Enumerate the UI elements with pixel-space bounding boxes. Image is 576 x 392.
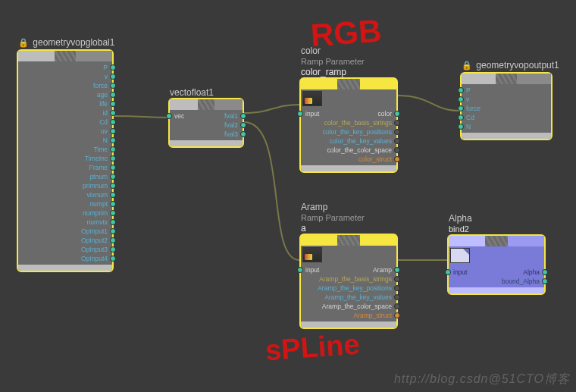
port-in[interactable] — [297, 111, 303, 117]
port-out[interactable] — [110, 210, 116, 216]
node-geometryvopglobal[interactable]: 🔒 geometryvopglobal1 PvforceagelifeidCdu… — [17, 49, 114, 272]
port-out[interactable] — [394, 312, 400, 318]
port-label: Aramp — [373, 266, 392, 274]
port-out[interactable] — [110, 92, 116, 98]
title-text: vectofloat1 — [170, 87, 214, 98]
port-label: color_the_key_positions — [323, 128, 392, 136]
port-in[interactable] — [458, 87, 464, 93]
port-row: Aramp_the_key_values — [304, 293, 393, 302]
port-row: Aramp_the_basis_strings — [304, 274, 393, 284]
node-geometryvopoutput[interactable]: 🔒 geometryvopoutput1 PvforceCdN — [460, 72, 553, 140]
port-out[interactable] — [394, 129, 400, 135]
port-row: primnum — [21, 181, 109, 190]
ramp-thumb-icon — [302, 91, 322, 106]
title-text: geometryvopoutput1 — [476, 60, 559, 71]
port-out[interactable] — [394, 285, 400, 291]
port-in[interactable] — [297, 267, 303, 273]
name-text: color_ramp — [301, 67, 346, 77]
port-label: color_the_key_values — [330, 137, 392, 145]
port-label: v — [466, 96, 469, 103]
port-out[interactable] — [394, 303, 400, 309]
node-header[interactable] — [170, 99, 243, 110]
node-footer — [18, 265, 112, 271]
port-label: P — [466, 86, 471, 94]
port-out[interactable] — [240, 113, 246, 119]
port-out[interactable] — [110, 174, 116, 180]
port-label: Aramp_the_color_space — [322, 303, 392, 310]
port-row: color_struct — [304, 155, 393, 164]
port-out[interactable] — [394, 111, 400, 117]
port-out[interactable] — [110, 237, 116, 243]
port-out[interactable] — [110, 192, 116, 198]
port-in[interactable] — [445, 269, 451, 275]
port-out[interactable] — [394, 276, 400, 282]
port-out[interactable] — [110, 155, 116, 162]
node-aramp[interactable]: Aramp Ramp Parameter a input Aramp Aramp… — [299, 234, 398, 329]
node-header[interactable] — [301, 235, 396, 246]
port-out[interactable] — [110, 165, 116, 171]
port-out[interactable] — [240, 131, 246, 137]
port-label: input — [305, 110, 319, 118]
port-label: Frame — [89, 164, 108, 171]
node-header[interactable] — [449, 236, 544, 246]
port-in[interactable] — [458, 96, 464, 102]
node-bind[interactable]: Alpha bind2 input Alpha bound_Alpha — [447, 234, 546, 295]
port-out[interactable] — [394, 267, 400, 273]
port-label: bound_Alpha — [502, 278, 540, 285]
port-out[interactable] — [110, 137, 116, 143]
port-row: ptnum — [21, 172, 109, 181]
node-vectofloat[interactable]: vectofloat1 vec fval1 fval2 fval3 — [168, 98, 244, 148]
port-out[interactable] — [394, 147, 400, 153]
port-out[interactable] — [110, 201, 116, 207]
port-out[interactable] — [110, 101, 116, 107]
title-text: color — [301, 45, 321, 56]
port-row: P — [21, 63, 109, 72]
port-row: vec fval1 — [173, 111, 239, 121]
port-row: Aramp_the_key_positions — [304, 284, 393, 293]
port-out[interactable] — [394, 138, 400, 144]
node-header[interactable] — [301, 79, 396, 89]
port-in[interactable] — [166, 113, 172, 119]
port-out[interactable] — [110, 64, 116, 71]
port-out[interactable] — [110, 128, 116, 134]
port-label: numpt — [89, 200, 108, 208]
port-out[interactable] — [110, 219, 116, 225]
port-out[interactable] — [394, 294, 400, 300]
node-title: color Ramp Parameter color_ramp — [301, 45, 365, 77]
name-text: bind2 — [449, 224, 472, 234]
node-header[interactable] — [18, 51, 112, 61]
port-label: color_the_color_space — [327, 146, 392, 154]
port-row: v — [465, 95, 548, 104]
port-row: Cd — [465, 113, 548, 122]
port-out[interactable] — [110, 146, 116, 152]
node-footer — [301, 165, 396, 171]
port-out[interactable] — [394, 156, 400, 162]
port-row: Frame — [21, 163, 109, 172]
port-out[interactable] — [542, 269, 548, 275]
node-footer — [301, 321, 396, 328]
port-label: color_struct — [358, 155, 392, 163]
node-title: Alpha bind2 — [449, 213, 472, 234]
port-label: Aramp_struct — [353, 312, 392, 319]
port-in[interactable] — [458, 105, 464, 111]
port-out[interactable] — [110, 246, 116, 252]
port-out[interactable] — [542, 278, 548, 284]
port-out[interactable] — [110, 74, 116, 80]
port-out[interactable] — [110, 83, 116, 89]
port-out[interactable] — [110, 110, 116, 116]
port-out[interactable] — [110, 119, 116, 125]
port-label: N — [466, 123, 471, 130]
port-in[interactable] — [458, 124, 464, 130]
port-out[interactable] — [240, 122, 246, 128]
port-out[interactable] — [110, 256, 116, 262]
port-row: numvtx — [21, 218, 109, 227]
port-label: Time — [93, 146, 108, 153]
port-out[interactable] — [110, 228, 116, 234]
port-out[interactable] — [394, 120, 400, 126]
node-color-ramp[interactable]: color Ramp Parameter color_ramp input co… — [299, 77, 398, 173]
node-header[interactable] — [462, 74, 551, 84]
port-out[interactable] — [110, 183, 116, 189]
node-footer — [462, 133, 551, 139]
port-label: color — [378, 110, 392, 118]
port-in[interactable] — [458, 114, 464, 121]
